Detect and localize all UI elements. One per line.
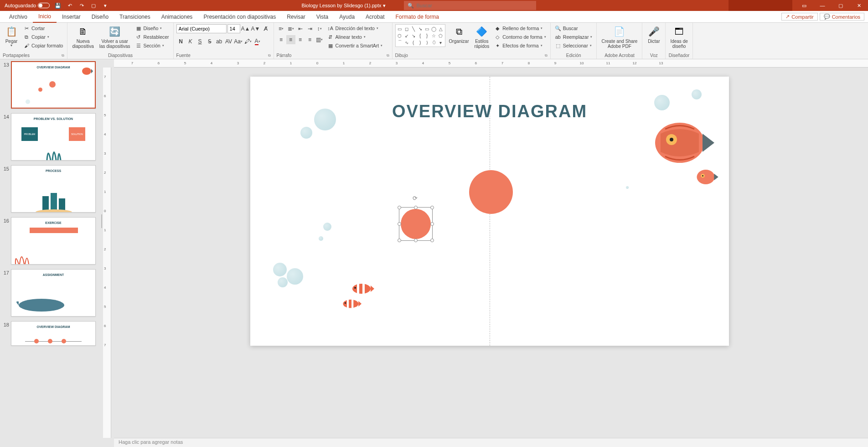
font-name-input[interactable] — [176, 24, 227, 33]
thumbnail-14[interactable]: PROBLEM VS. SOLUTION PROBLEM SOLUTION — [11, 113, 96, 161]
orange-circle-large[interactable] — [469, 170, 513, 214]
maximize-icon[interactable]: ▢ — [832, 0, 850, 11]
highlight-icon[interactable]: 🖍▾ — [243, 37, 253, 46]
expand-icon[interactable]: ⧉ — [387, 53, 389, 58]
shape-effects-button[interactable]: ✦Efectos de forma▾ — [493, 42, 548, 50]
decrease-indent-icon[interactable]: ⇤ — [296, 24, 305, 33]
increase-indent-icon[interactable]: ⇥ — [305, 24, 315, 33]
tab-animaciones[interactable]: Animaciones — [156, 11, 198, 23]
resize-handle[interactable] — [398, 222, 401, 226]
quick-styles-button[interactable]: 🔷Estilosrápidos — [472, 24, 491, 50]
numbering-icon[interactable]: ≣▾ — [286, 24, 295, 33]
shape-outline-button[interactable]: ◇Contorno de forma▾ — [493, 33, 548, 41]
tab-diseno[interactable]: Diseño — [86, 11, 114, 23]
tab-formato-forma[interactable]: Formato de forma — [390, 11, 444, 23]
underline-icon[interactable]: S — [196, 37, 205, 46]
dictate-button[interactable]: 🎤Dictar — [645, 24, 662, 45]
thumbnail-15[interactable]: PROCESS — [11, 165, 96, 213]
new-slide-button[interactable]: 🗎Nuevadiapositiva — [70, 24, 95, 50]
align-center-icon[interactable]: ≡ — [286, 35, 295, 44]
font-color-icon[interactable]: A▾ — [253, 37, 262, 46]
tab-transiciones[interactable]: Transiciones — [114, 11, 156, 23]
notes-bar[interactable]: Haga clic para agregar notas — [114, 438, 868, 447]
tab-vista[interactable]: Vista — [311, 11, 334, 23]
resize-handle[interactable] — [398, 206, 401, 209]
tab-archivo[interactable]: Archivo — [4, 11, 33, 23]
select-button[interactable]: ⬚Seleccionar▾ — [553, 42, 594, 50]
resize-handle[interactable] — [430, 206, 434, 209]
arrange-button[interactable]: ⧉Organizar — [447, 24, 471, 45]
close-icon[interactable]: ✕ — [850, 0, 868, 11]
expand-icon[interactable]: ⧉ — [268, 53, 271, 58]
user-account-box[interactable] — [728, 0, 792, 11]
align-text-button[interactable]: ⇵Alinear texto▾ — [326, 33, 384, 41]
increase-font-icon[interactable]: A▲ — [241, 24, 250, 33]
section-button[interactable]: ☰Sección▾ — [134, 42, 170, 50]
start-show-icon[interactable]: ▢ — [90, 2, 97, 9]
resize-handle[interactable] — [414, 206, 418, 209]
tab-inicio[interactable]: Inicio — [33, 11, 57, 23]
resize-handle[interactable] — [430, 239, 434, 242]
spacing-icon[interactable]: AV — [224, 37, 233, 46]
selection-box[interactable]: ⟳ — [399, 207, 433, 241]
save-icon[interactable]: 💾 — [54, 2, 62, 9]
copy-button[interactable]: ⧉Copiar▾ — [22, 33, 64, 41]
canvas-wrap[interactable]: OVERVIEW DIAGRAM — [111, 68, 868, 438]
shape-fill-button[interactable]: ◆Relleno de forma▾ — [493, 24, 548, 32]
create-pdf-button[interactable]: 📄Create and ShareAdobe PDF — [599, 24, 639, 50]
horizontal-ruler[interactable]: 7654321012345678910111213 — [114, 59, 868, 68]
tab-presentacion[interactable]: Presentación con diapositivas — [198, 11, 281, 23]
comments-button[interactable]: 💬Comentarios — [820, 13, 864, 21]
resize-handle[interactable] — [430, 222, 434, 226]
tab-ayuda[interactable]: Ayuda — [334, 11, 360, 23]
tab-revisar[interactable]: Revisar — [281, 11, 311, 23]
cut-button[interactable]: ✂Cortar — [22, 24, 64, 32]
clear-format-icon[interactable]: A̸ — [261, 24, 270, 33]
search-box[interactable]: 🔍 — [404, 1, 536, 10]
reset-button[interactable]: ↺Restablecer — [134, 33, 170, 41]
toggle-track[interactable] — [38, 3, 50, 8]
shadow-icon[interactable]: ab — [215, 37, 224, 46]
paste-button[interactable]: 📋 Pegar ▼ — [3, 24, 20, 48]
replace-button[interactable]: abReemplazar▾ — [553, 33, 594, 41]
smartart-button[interactable]: ▦Convertir a SmartArt▾ — [326, 42, 384, 50]
customize-qat-icon[interactable]: ▾ — [102, 2, 109, 9]
format-painter-button[interactable]: 🖌Copiar formato — [22, 42, 64, 50]
thumbnail-16[interactable]: EXERCISE — [11, 217, 96, 265]
share-button[interactable]: ↗Compartir — [781, 13, 817, 21]
document-title[interactable]: Biology Lesson by Slidesgo (1).pptx ▾ — [302, 3, 386, 9]
bold-icon[interactable]: N — [176, 37, 186, 46]
bullets-icon[interactable]: ≡▾ — [277, 24, 286, 33]
columns-icon[interactable]: ▥▾ — [315, 35, 324, 44]
autosave-toggle[interactable]: Autoguardado — [5, 3, 50, 8]
search-input[interactable] — [417, 3, 532, 8]
expand-icon[interactable]: ⧉ — [545, 53, 548, 58]
redo-icon[interactable]: ↷ — [78, 2, 85, 9]
justify-icon[interactable]: ≡ — [305, 35, 315, 44]
case-icon[interactable]: Aa▾ — [234, 37, 243, 46]
tab-insertar[interactable]: Insertar — [57, 11, 86, 23]
resize-handle[interactable] — [414, 239, 418, 242]
expand-icon[interactable]: ⧉ — [62, 53, 64, 58]
font-size-input[interactable] — [227, 24, 240, 33]
resize-handle[interactable] — [398, 239, 401, 242]
align-right-icon[interactable]: ≡ — [296, 35, 305, 44]
slide-panel[interactable]: 13 OVERVIEW DIAGRAM 14 PROBLEM VS. SOLUT… — [0, 59, 100, 447]
layout-button[interactable]: ▦Diseño▾ — [134, 24, 170, 32]
line-spacing-icon[interactable]: ↕▾ — [315, 24, 324, 33]
align-left-icon[interactable]: ≡ — [277, 35, 286, 44]
tab-acrobat[interactable]: Acrobat — [360, 11, 390, 23]
shapes-gallery[interactable]: ▭◻╲➘▭◯△ ⬡↙↘{}☆⬠ ⌒∿()⟩⬯▾ — [395, 24, 445, 47]
strike-icon[interactable]: S̶ — [205, 37, 214, 46]
italic-icon[interactable]: K — [186, 37, 195, 46]
ribbon-display-icon[interactable]: ▭ — [795, 0, 813, 11]
design-ideas-button[interactable]: 🗔Ideas dediseño — [668, 24, 689, 50]
reuse-slides-button[interactable]: 🔄Volver a usarlas diapositivas — [98, 24, 132, 50]
decrease-font-icon[interactable]: A▼ — [251, 24, 260, 33]
undo-icon[interactable]: ↶ — [66, 2, 73, 9]
slide-canvas[interactable]: OVERVIEW DIAGRAM — [250, 77, 729, 346]
minimize-icon[interactable]: — — [813, 0, 832, 11]
rotate-handle-icon[interactable]: ⟳ — [413, 195, 419, 201]
find-button[interactable]: 🔍Buscar — [553, 24, 594, 32]
thumbnail-13[interactable]: OVERVIEW DIAGRAM — [11, 61, 96, 109]
